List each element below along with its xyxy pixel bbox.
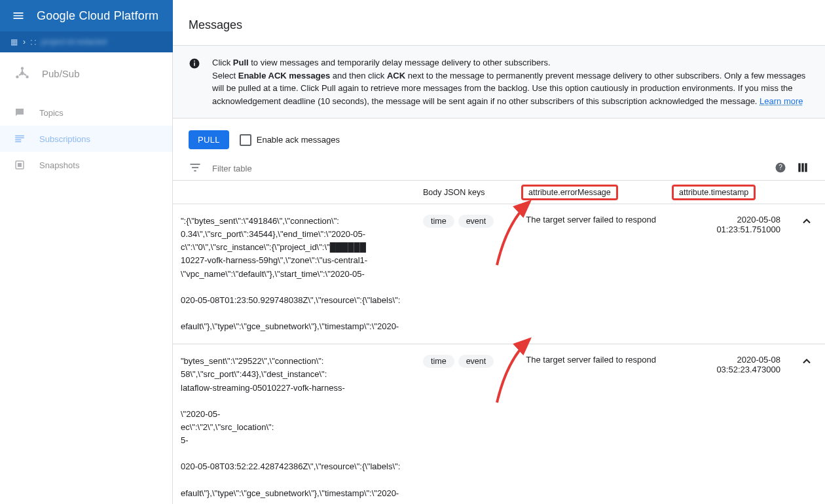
col-error-message[interactable]: attribute.errorMessage bbox=[513, 185, 664, 200]
sidebar-item-topics[interactable]: Topics bbox=[0, 99, 172, 126]
enable-ack-label: Enable ack messages bbox=[257, 135, 340, 145]
svg-point-2 bbox=[26, 75, 28, 78]
columns-icon[interactable] bbox=[796, 161, 809, 176]
json-key-pill: time bbox=[423, 215, 454, 228]
main-panel: Messages Click Pull to view messages and… bbox=[173, 0, 825, 504]
pull-button[interactable]: PULL bbox=[189, 130, 229, 149]
action-bar: PULL Enable ack messages bbox=[173, 118, 825, 157]
checkbox-icon[interactable] bbox=[240, 134, 251, 146]
sidebar-item-label: Topics bbox=[39, 108, 64, 118]
filter-icon[interactable] bbox=[189, 161, 202, 176]
sidebar-item-label: Snapshots bbox=[39, 160, 79, 170]
svg-text:?: ? bbox=[779, 164, 782, 171]
subscriptions-icon bbox=[13, 133, 26, 145]
breadcrumb-sep: › bbox=[23, 37, 26, 46]
svg-rect-5 bbox=[18, 163, 22, 167]
service-header[interactable]: Pub/Sub bbox=[0, 52, 172, 94]
service-name: Pub/Sub bbox=[42, 68, 80, 79]
json-key-pill: event bbox=[458, 215, 494, 228]
chevron-up-icon[interactable] bbox=[800, 220, 813, 230]
svg-point-1 bbox=[16, 75, 18, 78]
page-title: Messages bbox=[173, 0, 825, 45]
learn-more-link[interactable]: Learn more bbox=[760, 96, 803, 106]
hamburger-menu-icon[interactable] bbox=[10, 8, 26, 24]
svg-rect-11 bbox=[798, 163, 800, 171]
info-text: Click Pull to view messages and temporar… bbox=[212, 56, 809, 107]
cell-expand bbox=[788, 212, 825, 232]
cell-body: "bytes_sent\":\"29522\",\"connection\": … bbox=[173, 352, 415, 503]
svg-rect-8 bbox=[194, 61, 195, 62]
sidebar-item-snapshots[interactable]: Snapshots bbox=[0, 152, 172, 178]
svg-rect-12 bbox=[801, 163, 803, 171]
cell-expand bbox=[788, 352, 825, 372]
topics-icon bbox=[13, 107, 26, 118]
sidebar-item-subscriptions[interactable]: Subscriptions bbox=[0, 126, 172, 152]
table-row: ":{\"bytes_sent\":\"491846\",\"connectio… bbox=[173, 204, 825, 344]
chevron-up-icon[interactable] bbox=[800, 360, 813, 370]
snapshots-icon bbox=[13, 159, 26, 171]
project-icon: ⸬ bbox=[31, 37, 36, 46]
cell-error: The target server failed to respond bbox=[513, 212, 664, 227]
filter-input[interactable] bbox=[211, 163, 765, 174]
enable-ack-checkbox[interactable]: Enable ack messages bbox=[240, 134, 340, 146]
cell-json-keys: timeevent bbox=[415, 212, 513, 230]
json-key-pill: event bbox=[458, 355, 494, 368]
json-key-pill: time bbox=[423, 355, 454, 368]
table-header: Body JSON keys attribute.errorMessage at… bbox=[173, 181, 825, 204]
cell-timestamp: 2020-05-08 03:52:23.473000 bbox=[664, 352, 788, 377]
sidebar-nav: Topics Subscriptions Snapshots bbox=[0, 94, 172, 183]
info-icon bbox=[189, 58, 200, 71]
table-row: "bytes_sent\":\"29522\",\"connection\": … bbox=[173, 344, 825, 504]
filter-bar: ? bbox=[173, 157, 825, 181]
sidebar: Pub/Sub Topics Subscriptions Snapshots bbox=[0, 52, 173, 504]
org-icon: ▦ bbox=[10, 37, 18, 46]
col-json-keys[interactable]: Body JSON keys bbox=[415, 188, 513, 197]
cell-json-keys: timeevent bbox=[415, 352, 513, 370]
svg-point-0 bbox=[21, 67, 24, 69]
svg-rect-7 bbox=[194, 63, 195, 66]
breadcrumb-project: project-id-redacted bbox=[41, 37, 107, 46]
sidebar-item-label: Subscriptions bbox=[39, 134, 90, 144]
messages-table: Body JSON keys attribute.errorMessage at… bbox=[173, 181, 825, 504]
product-logo: Google Cloud Platform bbox=[37, 9, 158, 23]
cell-error: The target server failed to respond bbox=[513, 352, 664, 367]
col-timestamp[interactable]: attribute.timestamp bbox=[664, 185, 788, 200]
info-banner: Click Pull to view messages and temporar… bbox=[173, 45, 825, 118]
cell-body: ":{\"bytes_sent\":\"491846\",\"connectio… bbox=[173, 212, 415, 336]
pubsub-icon bbox=[13, 64, 31, 82]
help-icon[interactable]: ? bbox=[774, 161, 787, 176]
cell-timestamp: 2020-05-08 01:23:51.751000 bbox=[664, 212, 788, 237]
svg-rect-13 bbox=[805, 163, 807, 171]
